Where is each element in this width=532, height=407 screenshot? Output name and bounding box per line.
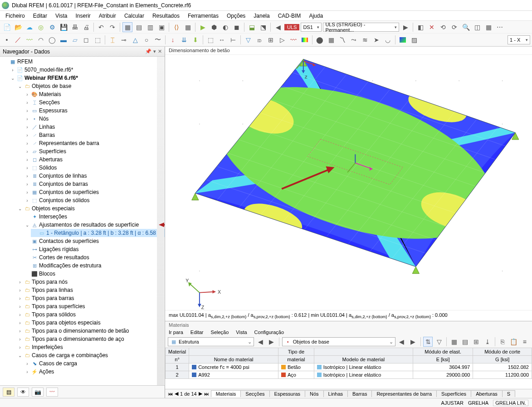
data-tab[interactable]: Linhas	[323, 390, 348, 397]
menu-tools[interactable]: Ferramentas	[184, 12, 222, 20]
results-table-icon[interactable]: ▦	[326, 35, 336, 45]
tree-item[interactable]: Blocos	[39, 271, 55, 277]
dp-columns-icon[interactable]: ▤	[461, 337, 470, 347]
calculate-icon[interactable]: ⚙	[47, 22, 57, 32]
menu-calculate[interactable]: Calcular	[121, 12, 148, 20]
tree-item[interactable]: Materiais	[39, 91, 61, 97]
tree-intersections[interactable]: Interseções	[39, 213, 67, 220]
dp-filter-icon[interactable]: ▽	[434, 337, 444, 347]
section-view-icon[interactable]: ⊞	[266, 35, 276, 45]
design-2-icon[interactable]: ⬔	[258, 22, 268, 32]
open-file-icon[interactable]: 📂	[13, 22, 23, 32]
col-type[interactable]: Tipo de	[278, 348, 314, 356]
data-tab[interactable]: Aberturas	[471, 390, 503, 397]
solid-icon[interactable]: ⬚	[93, 35, 102, 45]
calc-run-icon[interactable]: ▶	[198, 22, 208, 32]
menu-view[interactable]: Vista	[52, 12, 71, 20]
dp-grid-icon[interactable]: ⊞	[472, 337, 481, 347]
view-iso-icon[interactable]: ◧	[415, 22, 425, 32]
tree-item[interactable]: Conjuntos de linhas	[39, 173, 87, 179]
nav-tab-views-icon[interactable]: 📷	[32, 388, 44, 397]
new-file-icon[interactable]: 📄	[2, 22, 12, 32]
tree-item[interactable]: Tipos para barras	[32, 295, 74, 301]
data-tab[interactable]: Barras	[347, 390, 372, 397]
data-tab[interactable]: Superfícies	[436, 390, 471, 397]
view-grid-icon[interactable]: ▦	[483, 22, 493, 32]
calc-stop-icon[interactable]: ◼	[232, 22, 242, 32]
nav-tab-data-icon[interactable]: ▤	[3, 388, 15, 397]
table-row[interactable]: 2 A992 Aço Isotrópico | Linear elástico …	[166, 371, 532, 379]
dp-table-icon[interactable]: ▦	[449, 337, 459, 347]
open-cloud-icon[interactable]: ☁	[24, 22, 34, 32]
section-icon[interactable]: ⌶	[107, 35, 117, 45]
release-icon[interactable]: ⊸	[119, 35, 129, 45]
tree-item[interactable]: Tipos para nós	[32, 279, 68, 285]
cell-e[interactable]: 3604.997	[413, 363, 473, 371]
layout-1-icon[interactable]: ▦	[122, 22, 132, 32]
deform-icon[interactable]: ⤳	[349, 35, 359, 45]
menu-results[interactable]: Resultados	[149, 12, 183, 20]
data-tab[interactable]: Espessuras	[269, 390, 305, 397]
dp-menu-select[interactable]: Seleção	[211, 329, 229, 335]
tree-item[interactable]: Aberturas	[39, 156, 63, 163]
line-icon[interactable]: ／	[13, 35, 23, 45]
tree-item[interactable]: Tipos para o dimensionamento de aço	[32, 336, 124, 342]
data-tab[interactable]: Materiais	[211, 390, 241, 397]
dp-nav-left2-icon[interactable]: ◀	[397, 337, 406, 347]
data-paginator[interactable]: ⏮ ◀ 1 de 14 ▶ ⏭ MateriaisSecçõesEspessur…	[165, 389, 532, 398]
clip-icon[interactable]: ⎄	[254, 35, 264, 45]
menu-edit[interactable]: Editar	[29, 12, 51, 20]
tree-item[interactable]: Nós	[39, 116, 49, 122]
hinge-icon[interactable]: ○	[142, 35, 151, 45]
tree-item[interactable]: Secções	[39, 99, 60, 106]
view-zoom-icon[interactable]: 🔍	[461, 22, 471, 32]
dp-menu-edit[interactable]: Editar	[190, 329, 204, 335]
dimension-icon[interactable]: ⊢	[228, 35, 238, 45]
vector-icon[interactable]: ➤	[371, 35, 381, 45]
measure-icon[interactable]: ↔	[217, 35, 227, 45]
print-icon[interactable]: 🖨	[81, 22, 91, 32]
dp-copy-icon[interactable]: ⎘	[498, 337, 507, 347]
circle-icon[interactable]: ◯	[47, 35, 57, 45]
animate-icon[interactable]: ▷	[277, 35, 287, 45]
nav-left-icon[interactable]: ◀	[273, 22, 283, 32]
calc-anim-icon[interactable]: ◐	[220, 22, 230, 32]
page-prev-icon[interactable]: ◀	[175, 391, 178, 397]
design-1-icon[interactable]: ⬓	[247, 22, 257, 32]
redo-icon[interactable]: ↷	[107, 22, 117, 32]
dp-combo-baseobjects[interactable]: • Objetos de base	[282, 337, 395, 346]
tree-item[interactable]: Conjuntos de sólidos	[39, 197, 89, 204]
smooth-icon[interactable]: ◡	[383, 35, 393, 45]
dp-nav-right-icon[interactable]: ▶	[267, 337, 276, 347]
script-icon[interactable]: ⟨⟩	[171, 22, 181, 32]
tree-item[interactable]: Tipos para sólidos	[32, 311, 76, 318]
arc-icon[interactable]: ◠	[36, 35, 46, 45]
page-next-icon[interactable]: ▶	[199, 391, 202, 397]
dp-row-icon[interactable]: ≡	[520, 337, 529, 347]
polyline-icon[interactable]: 〰	[24, 35, 34, 45]
layout-4-icon[interactable]: ▣	[156, 22, 166, 32]
cell-model[interactable]: Isotrópico | Linear elástico	[314, 363, 413, 371]
tree-item[interactable]: Ações	[39, 368, 54, 375]
nav-tab-results-icon[interactable]: 〰	[46, 388, 58, 397]
data-tab[interactable]: Representantes de barra	[371, 390, 437, 397]
cell-name[interactable]: A992	[189, 371, 278, 379]
undo-icon[interactable]: ↶	[96, 22, 106, 32]
layout-3-icon[interactable]: ▥	[145, 22, 155, 32]
col-name[interactable]	[189, 348, 278, 356]
tree-item[interactable]: Tipos para linhas	[32, 287, 73, 293]
spring-icon[interactable]: 〜	[153, 35, 163, 45]
tree-item[interactable]: Conjuntos de barras	[39, 181, 88, 187]
data-tabstrip[interactable]: MateriaisSecçõesEspessurasNósLinhasBarra…	[211, 390, 529, 397]
status-adjust[interactable]: AJUSTAR	[441, 400, 464, 406]
tree-item[interactable]: Barras	[39, 132, 55, 138]
tree-loadcases[interactable]: Casos de carga e combinações	[32, 352, 108, 359]
menu-file[interactable]: Ficheiro	[2, 12, 29, 20]
tree-item[interactable]: Espessuras	[39, 107, 68, 114]
tree-item[interactable]: Sólidos	[39, 165, 57, 171]
navigator-pin-icon[interactable]: 📌	[145, 48, 151, 54]
support-icon[interactable]: △	[130, 35, 140, 45]
view-more-icon[interactable]: ⋯	[495, 22, 505, 32]
load-node-icon[interactable]: ↓	[168, 35, 178, 45]
dp-combo-structure[interactable]: ▦ Estrutura	[168, 337, 254, 346]
